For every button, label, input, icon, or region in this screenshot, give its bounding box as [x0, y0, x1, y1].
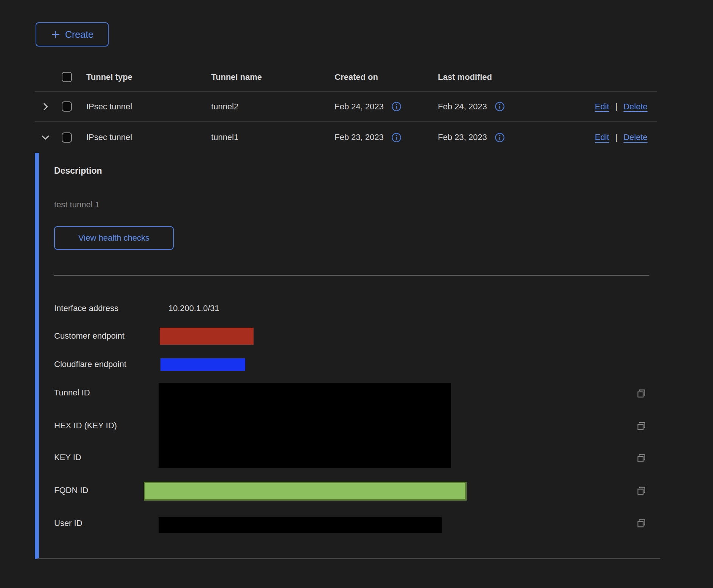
key-id-label: KEY ID [54, 453, 81, 462]
header-tunnel-name: Tunnel name [211, 72, 335, 82]
select-all-checkbox[interactable] [62, 72, 72, 82]
edit-link[interactable]: Edit [595, 102, 609, 112]
view-health-checks-button[interactable]: View health checks [54, 226, 174, 250]
description-label: Description [54, 166, 102, 176]
create-button[interactable]: Create [36, 22, 109, 47]
tunnel-detail-panel: Description test tunnel 1 View health ch… [35, 153, 660, 559]
tunnel-id-redacted-value [159, 383, 451, 468]
customer-endpoint-label: Customer endpoint [54, 331, 125, 341]
user-id-redacted-value [159, 517, 442, 533]
tunnel-type-cell: IPsec tunnel [86, 132, 211, 142]
tunnel-type-cell: IPsec tunnel [86, 102, 211, 112]
table-row: IPsec tunnel tunnel2 Feb 24, 2023 Feb 24… [35, 92, 657, 122]
fqdn-id-label: FQDN ID [54, 485, 88, 495]
view-health-checks-label: View health checks [78, 233, 149, 243]
header-last-modified: Last modified [438, 72, 559, 82]
table-row: IPsec tunnel tunnel1 Feb 23, 2023 Feb 23… [35, 122, 657, 153]
delete-link[interactable]: Delete [623, 102, 648, 112]
created-on-value: Feb 24, 2023 [335, 102, 384, 112]
fqdn-id-redacted-value [144, 482, 467, 501]
created-on-value: Feb 23, 2023 [335, 132, 384, 142]
info-icon[interactable] [391, 132, 402, 143]
create-button-label: Create [65, 29, 93, 40]
tunnel-name-cell: tunnel1 [211, 132, 335, 142]
interface-address-value: 10.200.1.0/31 [168, 303, 220, 313]
cloudflare-endpoint-redacted-value [160, 358, 245, 371]
copy-icon[interactable] [636, 453, 647, 464]
last-modified-value: Feb 24, 2023 [438, 102, 487, 112]
header-tunnel-type: Tunnel type [86, 72, 211, 82]
chevron-right-icon[interactable] [40, 101, 51, 112]
user-id-label: User ID [54, 518, 83, 528]
header-created-on: Created on [335, 72, 438, 82]
edit-link[interactable]: Edit [595, 132, 609, 142]
table-header: Tunnel type Tunnel name Created on Last … [35, 63, 657, 92]
delete-link[interactable]: Delete [623, 132, 648, 142]
action-separator: | [615, 102, 618, 112]
tunnel-name-cell: tunnel2 [211, 102, 335, 112]
row-checkbox[interactable] [62, 132, 72, 143]
copy-icon[interactable] [636, 485, 647, 496]
action-separator: | [615, 132, 618, 142]
chevron-down-icon[interactable] [40, 132, 51, 143]
tunnels-page: Create Tunnel type Tunnel name Created o… [0, 0, 713, 588]
info-icon[interactable] [391, 101, 402, 112]
description-value: test tunnel 1 [54, 200, 100, 210]
plus-icon [51, 30, 61, 39]
copy-icon[interactable] [636, 388, 647, 399]
copy-icon[interactable] [636, 420, 647, 432]
customer-endpoint-redacted-value [160, 328, 254, 345]
info-icon[interactable] [495, 101, 505, 112]
cloudflare-endpoint-label: Cloudflare endpoint [54, 359, 126, 369]
row-checkbox[interactable] [62, 101, 72, 112]
tunnel-id-label: Tunnel ID [54, 388, 90, 398]
info-icon[interactable] [495, 132, 505, 143]
last-modified-value: Feb 23, 2023 [438, 132, 487, 142]
copy-icon[interactable] [636, 518, 647, 529]
interface-address-label: Interface address [54, 303, 118, 313]
section-divider [54, 275, 649, 275]
hex-id-label: HEX ID (KEY ID) [54, 421, 117, 431]
